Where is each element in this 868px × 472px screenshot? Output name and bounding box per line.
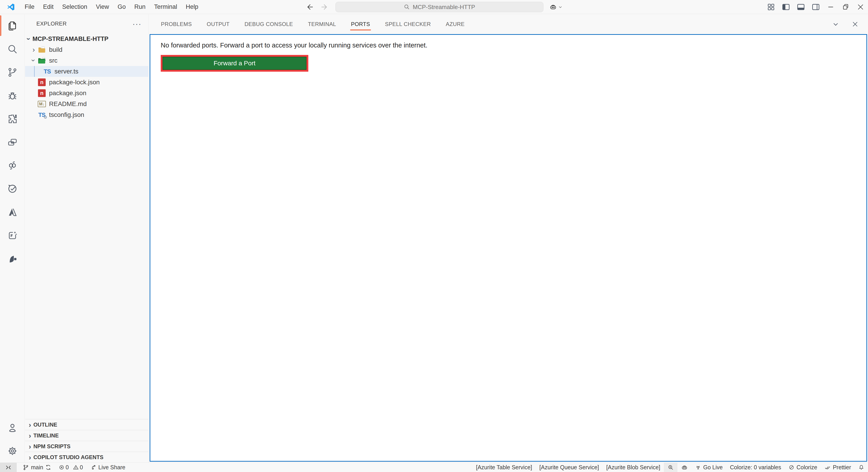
error-circle-icon (59, 464, 65, 470)
sparkle-square-icon (7, 230, 18, 241)
error-count: 0 (66, 464, 69, 471)
section-npm-scripts[interactable]: › NPM SCRIPTS (25, 441, 148, 452)
chevron-down-icon: › (25, 38, 33, 40)
toggle-panel-icon[interactable] (794, 0, 808, 14)
warning-count: 0 (80, 464, 83, 471)
section-timeline[interactable]: › TIMELINE (25, 430, 148, 441)
command-center-search[interactable]: MCP-Streamable-HTTP (336, 2, 544, 12)
notifications-status[interactable] (855, 463, 868, 472)
tree-item-package-json[interactable]: n package.json (25, 88, 148, 99)
forward-a-port-button[interactable]: Forward a Port (162, 57, 307, 70)
tab-spell-checker[interactable]: SPELL CHECKER (384, 17, 431, 31)
tree-item-src[interactable]: › </> src (25, 55, 148, 66)
customize-layout-icon[interactable] (764, 0, 778, 14)
copilot-icon (549, 3, 557, 11)
activitybar-accounts[interactable] (0, 416, 25, 439)
activitybar-check-badge-extension[interactable] (0, 177, 25, 200)
branch-name: main (31, 464, 43, 471)
tsconfig-file-icon: TS⚙ (38, 111, 46, 119)
activitybar-extensions[interactable] (0, 107, 25, 130)
warning-triangle-icon (73, 464, 79, 470)
go-live-status[interactable]: Go Live (691, 463, 726, 472)
tree-item-package-lock-json[interactable]: n package-lock.json (25, 77, 148, 88)
sidebar-sections: › OUTLINE › TIMELINE › NPM SCRIPTS › COP… (25, 419, 148, 463)
tab-debug-console[interactable]: DEBUG CONSOLE (244, 17, 293, 31)
chevron-right-icon: › (29, 443, 31, 450)
section-outline[interactable]: › OUTLINE (25, 419, 148, 430)
activitybar-source-control[interactable] (0, 61, 25, 84)
copilot-menu-button[interactable] (549, 3, 562, 11)
remote-indicator[interactable] (0, 463, 17, 472)
search-icon (404, 4, 410, 10)
tree-item-server-ts[interactable]: TS server.ts (25, 66, 148, 77)
tree-item-readme-md[interactable]: M↓ README.md (25, 99, 148, 109)
azurite-table-service[interactable]: [Azurite Table Service] (472, 463, 536, 472)
chevron-right-icon: › (29, 421, 31, 429)
menu-run[interactable]: Run (130, 2, 150, 12)
chevron-right-icon: › (33, 46, 35, 53)
flag-leaf-icon (7, 253, 18, 264)
close-window-icon[interactable] (853, 0, 868, 14)
menu-bar: File Edit Selection View Go Run Terminal… (20, 2, 203, 12)
tab-output[interactable]: OUTPUT (206, 17, 230, 31)
sync-icon (45, 464, 51, 470)
menu-view[interactable]: View (92, 2, 113, 12)
menu-help[interactable]: Help (182, 2, 203, 12)
tab-ports[interactable]: PORTS (350, 17, 370, 31)
activitybar-stacked-shapes-extension[interactable] (0, 130, 25, 154)
status-bar: main 0 0 Live Share [Azurite Table Servi… (0, 463, 868, 472)
azurite-blob-service[interactable]: [Azurite Blob Service] (602, 463, 664, 472)
search-value: MCP-Streamable-HTTP (413, 4, 475, 11)
tree-item-tsconfig-json[interactable]: TS⚙ tsconfig.json (25, 109, 148, 120)
tab-terminal[interactable]: TERMINAL (307, 17, 337, 31)
menu-selection[interactable]: Selection (58, 2, 92, 12)
toggle-primary-sidebar-icon[interactable] (778, 0, 794, 14)
activitybar-search[interactable] (0, 37, 25, 61)
copilot-status[interactable] (677, 463, 691, 472)
menu-terminal[interactable]: Terminal (150, 2, 182, 12)
problems-status[interactable]: 0 0 (55, 463, 87, 472)
prettier-status[interactable]: Prettier (821, 463, 855, 472)
tab-azure[interactable]: AZURE (445, 17, 465, 31)
folder-icon (38, 46, 46, 54)
menu-file[interactable]: File (20, 2, 39, 12)
activitybar-settings[interactable] (0, 439, 25, 463)
explorer-more-actions-icon[interactable]: ··· (132, 22, 142, 26)
zoom-status[interactable] (664, 463, 677, 472)
npm-file-icon: n (38, 78, 46, 86)
tab-problems[interactable]: PROBLEMS (160, 17, 192, 31)
colorize-variables-status[interactable]: Colorize: 0 variables (726, 463, 785, 472)
tree-item-build[interactable]: › build (25, 44, 148, 55)
menu-edit[interactable]: Edit (39, 2, 58, 12)
project-root-row[interactable]: › MCP-STREAMABLE-HTTP (25, 33, 148, 44)
gear-icon: ⚙ (43, 115, 47, 120)
activitybar-run-debug[interactable] (0, 84, 25, 107)
remote-brackets-icon (5, 464, 12, 471)
panel-tab-bar: PROBLEMS OUTPUT DEBUG CONSOLE TERMINAL P… (149, 14, 868, 34)
stacked-shapes-icon (7, 137, 18, 148)
restore-icon[interactable] (838, 0, 853, 14)
minimize-icon[interactable] (823, 0, 838, 14)
activitybar-azure[interactable] (0, 200, 25, 224)
live-share-status[interactable]: Live Share (87, 463, 129, 472)
panel-close-icon[interactable] (851, 20, 859, 28)
azurite-queue-service[interactable]: [Azurite Queue Service] (536, 463, 602, 472)
title-bar: File Edit Selection View Go Run Terminal… (0, 0, 868, 14)
account-icon (7, 422, 18, 433)
activitybar-explorer[interactable] (0, 14, 25, 37)
activitybar-sparkle-square-extension[interactable] (0, 224, 25, 247)
git-branch-status[interactable]: main (19, 463, 55, 472)
toggle-secondary-sidebar-icon[interactable] (808, 0, 823, 14)
panel-chevron-down-icon[interactable] (832, 20, 839, 28)
indent-guide (34, 66, 35, 77)
section-copilot-studio-agents[interactable]: › COPILOT STUDIO AGENTS (25, 452, 148, 463)
search-icon (7, 43, 18, 55)
colorize-status[interactable]: Colorize (785, 463, 821, 472)
back-arrow-icon[interactable] (306, 3, 314, 11)
activitybar-flag-extension[interactable] (0, 247, 25, 270)
forward-arrow-icon[interactable] (320, 3, 329, 11)
activitybar-linked-rings-extension[interactable] (0, 154, 25, 177)
menu-go[interactable]: Go (113, 2, 130, 12)
check-badge-icon (7, 183, 18, 194)
open-folder-icon: </> (38, 57, 46, 65)
